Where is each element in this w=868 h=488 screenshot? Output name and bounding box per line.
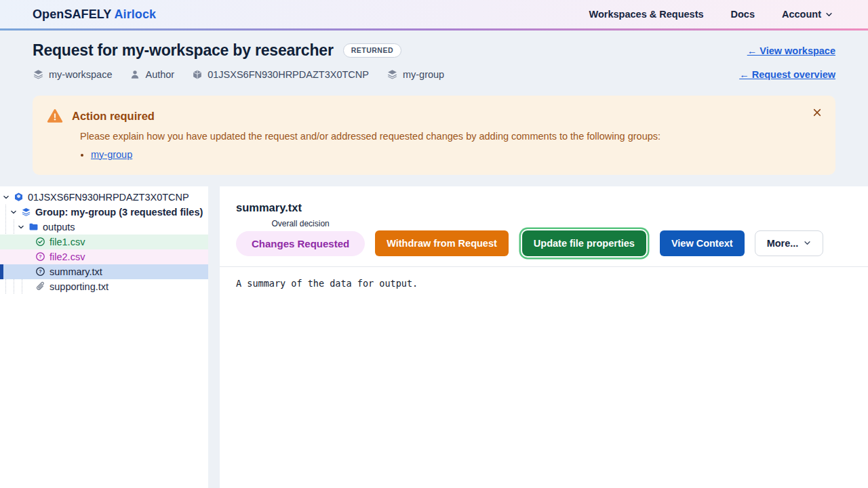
user-icon xyxy=(130,69,140,80)
meta-author-label: Author xyxy=(145,69,174,80)
tree-item-label: 01JSXS6FN930HRPDAZT3X0TCNP xyxy=(28,192,189,203)
close-icon[interactable] xyxy=(808,104,826,121)
chevron-down-icon[interactable] xyxy=(10,209,17,216)
alert-group-link[interactable]: my-group xyxy=(91,149,132,160)
svg-text:?: ? xyxy=(39,255,41,260)
check-circle-icon xyxy=(35,237,45,247)
question-circle-icon: ? xyxy=(35,266,45,277)
tree-item-request-root[interactable]: 01JSXS6FN930HRPDAZT3X0TCNP xyxy=(0,190,208,205)
nav-account-label: Account xyxy=(782,9,821,20)
tree-item-label: summary.txt xyxy=(50,266,102,277)
meta-workspace: my-workspace xyxy=(33,68,112,80)
brand-secondary: Airlock xyxy=(114,7,156,21)
tree-item-file1-csv[interactable]: file1.csv xyxy=(0,235,208,249)
file-title: summary.txt xyxy=(236,201,852,214)
page-header: Request for my-workspace by researcher R… xyxy=(0,30,868,80)
brand-logo[interactable]: OpenSAFELY Airlock xyxy=(33,7,156,22)
warning-triangle-icon xyxy=(46,107,64,125)
file-toolbar: Overall decision Changes Requested Withd… xyxy=(236,219,852,256)
chevron-down-icon[interactable] xyxy=(18,224,24,230)
action-required-alert: Action required Please explain how you h… xyxy=(33,96,835,175)
tree-item-supporting-txt[interactable]: supporting.txt xyxy=(0,279,208,294)
changes-requested-pill: Changes Requested xyxy=(236,231,365,256)
tree-item-label: supporting.txt xyxy=(50,281,108,292)
alert-group-list: my-group xyxy=(91,147,819,163)
request-metadata: my-workspace Author 01JSXS6FN930HRPDAZT3… xyxy=(33,68,444,80)
layers-icon xyxy=(21,207,31,217)
layers-icon xyxy=(387,68,398,80)
more-menu-button[interactable]: More... xyxy=(755,230,824,256)
chevron-down-icon[interactable] xyxy=(3,194,9,201)
tree-item-summary-txt[interactable]: ? summary.txt xyxy=(0,264,208,279)
alert-message: Please explain how you have updated the … xyxy=(80,129,819,144)
request-overview-link[interactable]: ← Request overview xyxy=(739,69,835,80)
file-content: A summary of the data for output. xyxy=(220,266,868,300)
meta-workspace-label: my-workspace xyxy=(49,69,112,80)
layers-icon xyxy=(33,68,44,80)
chevron-down-icon xyxy=(804,239,811,247)
tree-item-outputs-folder[interactable]: outputs xyxy=(0,220,208,235)
tree-item-group[interactable]: Group: my-group (3 requested files) xyxy=(0,205,208,220)
nav-links: Workspaces & Requests Docs Account xyxy=(589,9,833,20)
paperclip-icon xyxy=(35,281,45,291)
meta-author: Author xyxy=(130,69,174,80)
file-tree-sidebar: 01JSXS6FN930HRPDAZT3X0TCNP Group: my-gro… xyxy=(0,186,208,488)
nav-docs[interactable]: Docs xyxy=(731,9,755,20)
view-context-button[interactable]: View Context xyxy=(660,230,745,256)
tree-item-label: Group: my-group (3 requested files) xyxy=(35,207,203,218)
content-area: 01JSXS6FN930HRPDAZT3X0TCNP Group: my-gro… xyxy=(0,186,868,488)
cube-icon xyxy=(14,192,24,202)
meta-request-id: 01JSXS6FN930HRPDAZT3X0TCNP xyxy=(192,69,369,80)
cube-icon xyxy=(192,69,203,80)
meta-group-label: my-group xyxy=(403,69,444,80)
top-navbar: OpenSAFELY Airlock Workspaces & Requests… xyxy=(0,0,868,30)
more-menu-label: More... xyxy=(767,238,799,249)
folder-icon xyxy=(28,222,39,232)
meta-request-id-label: 01JSXS6FN930HRPDAZT3X0TCNP xyxy=(208,69,369,80)
svg-text:?: ? xyxy=(39,270,41,275)
brand-primary: OpenSAFELY xyxy=(33,7,111,21)
overall-decision-label: Overall decision xyxy=(271,219,329,228)
status-badge: RETURNED xyxy=(343,43,401,58)
overall-decision: Overall decision Changes Requested xyxy=(236,219,365,256)
update-file-properties-button[interactable]: Update file properties xyxy=(522,230,646,256)
page-title: Request for my-workspace by researcher xyxy=(33,41,334,60)
meta-group: my-group xyxy=(387,68,444,80)
file-detail-panel: summary.txt Overall decision Changes Req… xyxy=(220,186,868,488)
tree-item-label: file2.csv xyxy=(50,251,85,262)
tree-item-label: file1.csv xyxy=(50,237,85,247)
question-circle-icon: ? xyxy=(35,251,45,262)
view-workspace-link[interactable]: ← View workspace xyxy=(747,45,835,56)
withdraw-from-request-button[interactable]: Withdraw from Request xyxy=(375,230,509,256)
nav-workspaces-requests[interactable]: Workspaces & Requests xyxy=(589,9,704,20)
tree-item-label: outputs xyxy=(43,222,75,232)
alert-group-item: my-group xyxy=(91,147,819,163)
nav-account-menu[interactable]: Account xyxy=(782,9,833,20)
chevron-down-icon xyxy=(825,11,833,18)
tree-item-file2-csv[interactable]: ? file2.csv xyxy=(0,249,208,264)
alert-title: Action required xyxy=(72,110,155,123)
